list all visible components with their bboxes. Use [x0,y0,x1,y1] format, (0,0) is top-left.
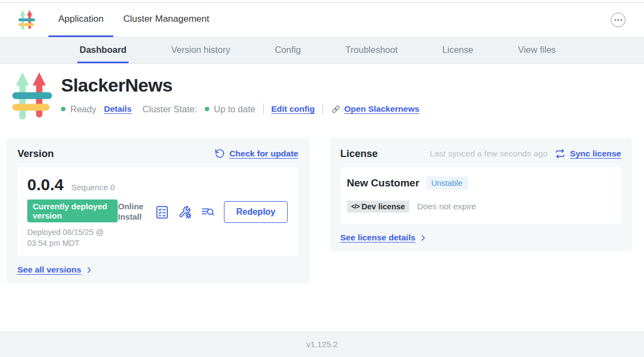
license-expiry-text: Does not expire [417,202,476,211]
version-info: 0.0.4 Sequence 0 Currently deployed vers… [27,176,118,249]
tab-application[interactable]: Application [48,3,113,37]
code-icon: </> [351,203,360,210]
cluster-state-label: Cluster State: [143,104,197,114]
app-icon [11,70,53,123]
divider [263,104,264,114]
cluster-state-text: Up to date [214,104,256,114]
version-actions: Online Install [118,201,288,223]
channel-badge: Unstable [426,177,468,190]
app-header: SlackerNews Ready Details Cluster State:… [11,70,644,123]
dashboard-main: SlackerNews Ready Details Cluster State:… [0,64,644,331]
subnav-tab-version-history[interactable]: Version history [169,38,232,63]
ellipsis-icon [615,19,616,21]
cluster-status-dot-icon [205,107,209,111]
edit-config-link[interactable]: Edit config [271,104,315,114]
subnav-tab-troubleshoot[interactable]: Troubleshoot [343,38,400,63]
page-title: SlackerNews [61,75,420,96]
overflow-menu-button[interactable] [611,13,625,27]
app-status-row: Ready Details Cluster State: Up to date … [61,104,420,114]
tab-cluster-management-label: Cluster Management [123,14,209,25]
view-diff-button[interactable] [201,205,215,220]
app-status-text: Ready [70,104,96,114]
app-status-dot-icon [61,107,65,111]
link-icon [331,104,341,114]
check-for-update-link[interactable]: Check for update [214,148,299,159]
subnav-tab-config[interactable]: Config [272,38,303,63]
subnav-tab-view-files-label: View files [518,45,556,55]
open-app-link-label: Open Slackernews [344,104,420,114]
sequence-label: Sequence 0 [71,183,115,192]
install-type-label: Online Install [118,202,146,222]
subnav-tab-dashboard[interactable]: Dashboard [77,38,129,63]
subnav-tab-license[interactable]: License [440,38,476,63]
checklist-icon [155,205,169,220]
last-synced-text: Last synced a few seconds ago [430,149,548,159]
console-footer: v1.125.2 [0,331,644,357]
subnav-tab-troubleshoot-label: Troubleshoot [345,45,398,55]
customer-name: New Customer [347,177,420,189]
top-nav: Application Cluster Management [0,3,644,38]
topnav-tabs: Application Cluster Management [48,3,219,37]
see-license-details-label: See license details [341,233,416,243]
preflight-checks-button[interactable] [155,205,169,220]
sync-license-label: Sync license [570,149,621,159]
sync-arrows-icon [555,148,566,159]
see-all-versions-link[interactable]: See all versions [17,265,93,275]
chevron-right-icon [85,266,93,274]
sync-license-link[interactable]: Sync license [555,148,621,159]
see-all-versions-label: See all versions [17,265,81,275]
wrench-gear-icon [178,205,192,220]
tab-application-label: Application [58,14,104,25]
brand-logo-icon [18,9,35,31]
version-number: 0.0.4 [27,176,64,194]
license-card-title: License [341,148,378,160]
license-card: License Last synced a few seconds ago Sy… [330,138,633,251]
divider [323,104,323,114]
app-subnav: Dashboard Version history Config Trouble… [0,38,644,64]
refresh-icon [214,148,225,159]
redeploy-button[interactable]: Redeploy [224,201,287,223]
current-version-panel: 0.0.4 Sequence 0 Currently deployed vers… [17,167,299,256]
console-version-text: v1.125.2 [306,340,338,349]
search-lines-icon [201,205,215,220]
version-card: Version Check for update 0.0.4 Sequence … [7,138,309,283]
dashboard-cards: Version Check for update 0.0.4 Sequence … [0,138,644,283]
check-for-update-label: Check for update [229,149,299,159]
license-info-panel: New Customer Unstable </> Dev license Do… [341,167,622,224]
subnav-tab-dashboard-label: Dashboard [80,45,126,55]
details-link[interactable]: Details [104,104,132,114]
deployed-badge: Currently deployed version [27,199,118,222]
version-card-title: Version [17,148,54,160]
deployed-timestamp: Deployed 08/15/25 @ 03:54 pm MDT [27,227,118,249]
open-app-link[interactable]: Open Slackernews [331,104,420,114]
tab-cluster-management[interactable]: Cluster Management [113,3,219,37]
subnav-tab-config-label: Config [275,45,301,55]
subnav-tab-view-files[interactable]: View files [516,38,558,63]
subnav-tab-version-history-label: Version history [171,45,230,55]
subnav-tab-license-label: License [442,45,473,55]
chevron-right-icon [419,234,427,242]
edit-config-button[interactable] [178,205,192,220]
license-type-badge: </> Dev license [347,201,410,213]
license-type-label: Dev license [362,202,405,211]
see-license-details-link[interactable]: See license details [341,233,428,243]
